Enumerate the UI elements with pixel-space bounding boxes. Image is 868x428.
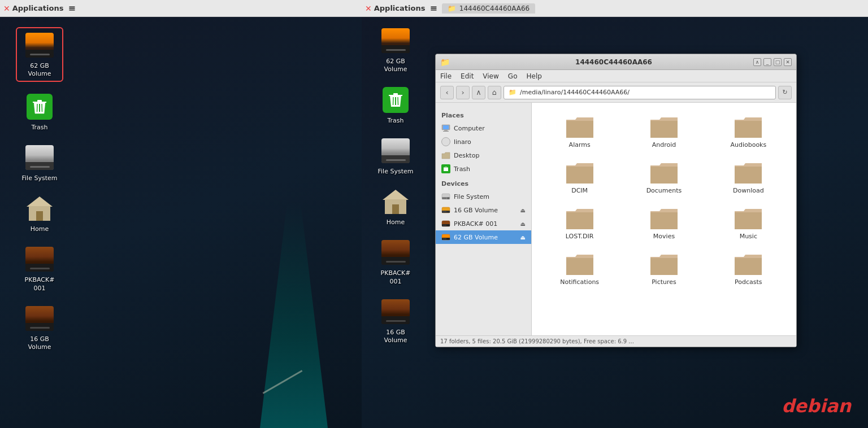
home-svg-right [381, 189, 410, 215]
fm-sidebar-computer-label: Computer [454, 125, 485, 132]
62gb-icon-left [25, 30, 54, 60]
fm-sidebar-linaro-label: linaro [454, 138, 471, 146]
eject-16gb-icon[interactable]: ⏏ [520, 207, 526, 213]
file-manager-window: 📁 144460C44460AA66 ∧ _ □ ✕ File Edit Vie… [435, 54, 797, 347]
fm-sidebar-trash[interactable]: Trash [436, 162, 531, 176]
trash-img-right [381, 85, 410, 115]
folder-movies-label: Movies [653, 233, 675, 240]
folder-podcasts[interactable]: Podcasts [706, 246, 791, 291]
svg-line-3 [42, 104, 42, 112]
fm-menu-view[interactable]: View [483, 72, 498, 80]
eject-62gb-icon[interactable]: ⏏ [520, 234, 526, 241]
trash-label-right: Trash [387, 117, 403, 125]
fm-sidebar-computer[interactable]: Computer [436, 121, 531, 135]
svg-marker-13 [383, 190, 409, 200]
folder-documents[interactable]: Documents [622, 154, 706, 200]
desktop-icon-home-right[interactable]: Home [373, 187, 418, 226]
fm-restore-btn[interactable]: □ [774, 58, 782, 66]
folder-android[interactable]: Android [622, 108, 706, 154]
fm-menu-go[interactable]: Go [508, 72, 518, 80]
folder-alarms-label: Alarms [569, 141, 591, 149]
fm-menu-edit[interactable]: Edit [461, 72, 474, 80]
pkback-label-left: PKBACK#001 [25, 276, 55, 292]
svg-marker-5 [27, 196, 53, 207]
folder-music[interactable]: Music [706, 200, 791, 246]
desktop-icon-home-left[interactable]: Home [17, 194, 62, 233]
left-panel: ✕ Applications ≡ 62 GBVolume [0, 0, 362, 428]
62gb-img-right [381, 26, 410, 55]
fm-sidebar-trash-label: Trash [454, 165, 470, 173]
fm-sidebar-desktop[interactable]: Desktop [436, 149, 531, 162]
fm-minimize-btn[interactable]: _ [763, 58, 771, 66]
fm-window-buttons: ∧ _ □ ✕ [753, 58, 792, 66]
fm-sidebar-desktop-label: Desktop [454, 152, 479, 159]
folder-music-label: Music [740, 233, 757, 240]
fm-title-folder-icon: 📁 [440, 58, 450, 67]
fm-sidebar-linaro[interactable]: linaro [436, 135, 531, 149]
svg-rect-19 [443, 131, 449, 132]
computer-icon [441, 124, 450, 133]
fm-sidebar-16gb[interactable]: 16 GB Volume ⏏ [436, 203, 531, 217]
eject-pkback-icon[interactable]: ⏏ [520, 221, 526, 227]
folder-dcim[interactable]: DCIM [537, 154, 622, 200]
fm-up-btn[interactable]: ∧ [472, 86, 485, 99]
desktop-icon-16gb-right[interactable]: 16 GBVolume [373, 297, 418, 345]
folder-lostdir[interactable]: LOST.DIR [537, 200, 622, 246]
16gb-img-right [381, 297, 410, 326]
desktop: ✕ Applications ≡ 62 GBVolume [0, 0, 868, 428]
fm-sidebar-pkback[interactable]: PKBACK# 001 ⏏ [436, 217, 531, 230]
desktop-icon-filesystem-right[interactable]: File System [373, 136, 418, 176]
folder-alarms[interactable]: Alarms [537, 108, 622, 154]
taskbar-tab-filemanager[interactable]: 📁 144460C44460AA66 [442, 3, 535, 14]
desktop-icon-trash-right[interactable]: Trash [373, 85, 418, 125]
pkback-hdd-left [25, 247, 54, 272]
vol16-icon-sidebar [441, 206, 450, 215]
filesystem-img-right [381, 136, 410, 165]
fm-menu-file[interactable]: File [440, 72, 452, 80]
fm-title-text: 144460C44460AA66 [474, 58, 753, 66]
desktop-icon-62gb-left[interactable]: 62 GBVolume [17, 28, 62, 81]
desktop-icon-filesystem-left[interactable]: File System [17, 143, 62, 182]
folder-download-label: Download [733, 187, 764, 194]
fm-places-section: Places [436, 110, 531, 121]
taskbar-left-logo: ✕ Applications [3, 4, 63, 13]
fm-sidebar-pkback-label: PKBACK# 001 [454, 220, 497, 228]
home-label-right: Home [387, 219, 405, 226]
pkback-label-right: PKBACK#001 [381, 269, 411, 286]
folder-download[interactable]: Download [706, 154, 791, 200]
filesystem-label-right: File System [378, 168, 414, 176]
linaro-icon [441, 137, 450, 146]
desktop-icon-trash-left[interactable]: Trash [17, 92, 62, 132]
taskbar-right-sep: ≡ [429, 3, 437, 14]
vol62-icon-sidebar [441, 233, 450, 242]
fm-close-btn[interactable]: ✕ [784, 58, 792, 66]
vol16-hdd-right [381, 299, 410, 324]
fm-forward-btn[interactable]: › [456, 86, 470, 99]
folder-notifications[interactable]: Notifications [537, 246, 622, 291]
taskbar-left-app[interactable]: Applications [12, 4, 64, 12]
folder-pictures[interactable]: Pictures [622, 246, 706, 291]
fm-menu-help[interactable]: Help [526, 72, 541, 80]
svg-line-11 [398, 97, 398, 105]
desktop-icon-pkback-right[interactable]: PKBACK#001 [373, 238, 418, 286]
desktop-icon-62gb-right[interactable]: 62 GBVolume [373, 26, 418, 74]
home-svg-left [25, 195, 54, 221]
taskbar-right-app[interactable]: Applications [374, 4, 426, 12]
desktop-icon-16gb-left[interactable]: 16 GBVolume [17, 304, 62, 352]
folder-movies[interactable]: Movies [622, 200, 706, 246]
fm-title-icon-area: 📁 [440, 58, 474, 67]
62gb-label-left: 62 GBVolume [28, 62, 51, 78]
fm-sidebar-filesystem[interactable]: File System [436, 190, 531, 203]
fm-sidebar-62gb[interactable]: 62 GB Volume ⏏ [436, 230, 531, 244]
folder-audiobooks[interactable]: Audiobooks [706, 108, 791, 154]
desktop-icon-pkback-left[interactable]: PKBACK#001 [17, 244, 62, 292]
fm-home-btn[interactable]: ⌂ [488, 86, 501, 99]
left-desktop-icons: 62 GBVolume Tr [0, 17, 362, 363]
fm-maximize-btn[interactable]: ∧ [753, 58, 761, 66]
fm-address-bar[interactable]: 📁 /media/linaro/144460C44460AA66/ [504, 86, 776, 99]
folder-notifications-icon [565, 251, 594, 276]
svg-rect-17 [443, 125, 449, 129]
fm-refresh-btn[interactable]: ↻ [778, 86, 792, 99]
fm-back-btn[interactable]: ‹ [440, 86, 454, 99]
folder-podcasts-icon [734, 251, 763, 276]
